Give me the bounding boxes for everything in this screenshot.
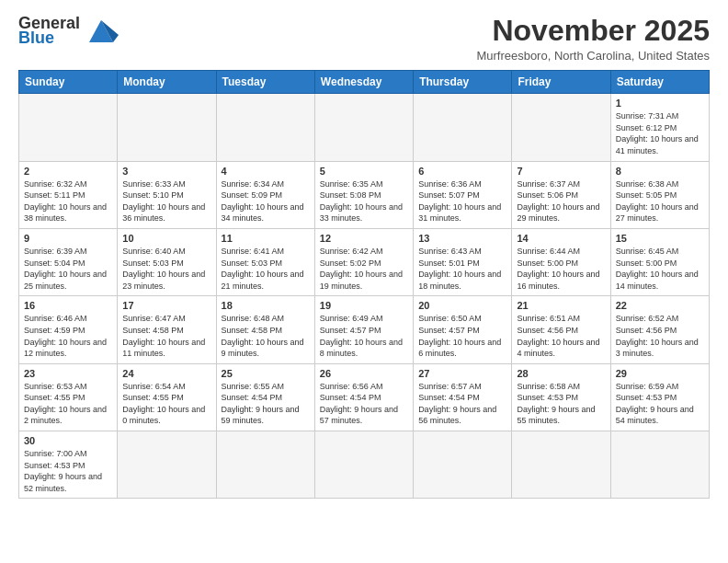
calendar-cell [512, 94, 610, 161]
calendar-cell: 13Sunrise: 6:43 AMSunset: 5:01 PMDayligh… [414, 228, 512, 295]
calendar-header-wednesday: Wednesday [314, 71, 413, 94]
calendar-header-sunday: Sunday [19, 71, 118, 94]
calendar-header-friday: Friday [512, 71, 610, 94]
calendar-week-row: 1Sunrise: 7:31 AMSunset: 6:12 PMDaylight… [19, 94, 710, 161]
day-number: 16 [24, 300, 112, 311]
day-number: 7 [517, 166, 605, 177]
calendar-cell [414, 431, 512, 499]
day-info: Sunrise: 6:37 AMSunset: 5:06 PMDaylight:… [517, 178, 605, 224]
day-info: Sunrise: 6:39 AMSunset: 5:04 PMDaylight:… [24, 246, 112, 292]
header: General Blue November 2025 Murfreesboro,… [18, 15, 710, 63]
calendar-cell [610, 431, 709, 499]
day-number: 20 [418, 300, 506, 311]
day-info: Sunrise: 6:58 AMSunset: 4:53 PMDaylight:… [517, 381, 605, 427]
calendar-cell: 24Sunrise: 6:54 AMSunset: 4:55 PMDayligh… [118, 363, 216, 431]
calendar-cell: 17Sunrise: 6:47 AMSunset: 4:58 PMDayligh… [118, 296, 216, 363]
day-info: Sunrise: 6:46 AMSunset: 4:59 PMDaylight:… [24, 313, 112, 359]
day-number: 27 [418, 368, 506, 379]
calendar-cell [216, 431, 314, 499]
day-number: 23 [24, 368, 112, 379]
day-info: Sunrise: 6:33 AMSunset: 5:10 PMDaylight:… [122, 178, 210, 224]
calendar-cell: 23Sunrise: 6:53 AMSunset: 4:55 PMDayligh… [19, 363, 118, 431]
day-number: 26 [320, 368, 408, 379]
day-number: 30 [24, 435, 112, 446]
calendar-week-row: 23Sunrise: 6:53 AMSunset: 4:55 PMDayligh… [19, 363, 710, 431]
calendar-cell: 8Sunrise: 6:38 AMSunset: 5:05 PMDaylight… [610, 161, 709, 228]
calendar-cell: 11Sunrise: 6:41 AMSunset: 5:03 PMDayligh… [216, 228, 314, 295]
day-number: 17 [122, 300, 210, 311]
logo-area: General Blue [18, 15, 119, 48]
calendar-cell: 2Sunrise: 6:32 AMSunset: 5:11 PMDaylight… [19, 161, 118, 228]
calendar-cell: 21Sunrise: 6:51 AMSunset: 4:56 PMDayligh… [512, 296, 610, 363]
day-info: Sunrise: 6:36 AMSunset: 5:07 PMDaylight:… [418, 178, 506, 224]
calendar-cell: 20Sunrise: 6:50 AMSunset: 4:57 PMDayligh… [414, 296, 512, 363]
calendar-cell: 15Sunrise: 6:45 AMSunset: 5:00 PMDayligh… [610, 228, 709, 295]
calendar-cell: 6Sunrise: 6:36 AMSunset: 5:07 PMDaylight… [414, 161, 512, 228]
day-number: 21 [517, 300, 605, 311]
calendar-cell: 25Sunrise: 6:55 AMSunset: 4:54 PMDayligh… [216, 363, 314, 431]
page: General Blue November 2025 Murfreesboro,… [0, 0, 728, 563]
calendar-cell: 30Sunrise: 7:00 AMSunset: 4:53 PMDayligh… [19, 431, 118, 499]
calendar-cell [314, 431, 413, 499]
month-title: November 2025 [476, 15, 710, 47]
day-info: Sunrise: 6:49 AMSunset: 4:57 PMDaylight:… [320, 313, 408, 359]
calendar-cell: 28Sunrise: 6:58 AMSunset: 4:53 PMDayligh… [512, 363, 610, 431]
day-info: Sunrise: 6:42 AMSunset: 5:02 PMDaylight:… [320, 246, 408, 292]
day-number: 5 [320, 166, 408, 177]
day-info: Sunrise: 6:48 AMSunset: 4:58 PMDaylight:… [222, 313, 310, 359]
calendar-cell: 5Sunrise: 6:35 AMSunset: 5:08 PMDaylight… [314, 161, 413, 228]
day-info: Sunrise: 6:59 AMSunset: 4:53 PMDaylight:… [616, 381, 704, 427]
calendar-cell: 26Sunrise: 6:56 AMSunset: 4:54 PMDayligh… [314, 363, 413, 431]
day-number: 24 [122, 368, 210, 379]
calendar-cell [19, 94, 118, 161]
title-area: November 2025 Murfreesboro, North Caroli… [476, 15, 710, 63]
calendar-header-row: SundayMondayTuesdayWednesdayThursdayFrid… [19, 71, 710, 94]
day-info: Sunrise: 6:41 AMSunset: 5:03 PMDaylight:… [222, 246, 310, 292]
day-info: Sunrise: 6:45 AMSunset: 5:00 PMDaylight:… [616, 246, 704, 292]
day-number: 2 [24, 166, 112, 177]
calendar-cell: 1Sunrise: 7:31 AMSunset: 6:12 PMDaylight… [610, 94, 709, 161]
calendar-cell: 9Sunrise: 6:39 AMSunset: 5:04 PMDaylight… [19, 228, 118, 295]
calendar-header-monday: Monday [118, 71, 216, 94]
day-info: Sunrise: 6:43 AMSunset: 5:01 PMDaylight:… [418, 246, 506, 292]
calendar-cell: 12Sunrise: 6:42 AMSunset: 5:02 PMDayligh… [314, 228, 413, 295]
day-number: 29 [616, 368, 704, 379]
day-info: Sunrise: 6:54 AMSunset: 4:55 PMDaylight:… [122, 381, 210, 427]
day-info: Sunrise: 7:31 AMSunset: 6:12 PMDaylight:… [616, 110, 704, 156]
day-info: Sunrise: 6:55 AMSunset: 4:54 PMDaylight:… [222, 381, 310, 427]
calendar-cell [414, 94, 512, 161]
day-number: 12 [320, 233, 408, 244]
calendar-cell [118, 94, 216, 161]
day-info: Sunrise: 7:00 AMSunset: 4:53 PMDaylight:… [24, 448, 112, 494]
day-number: 4 [222, 166, 310, 177]
calendar-cell: 18Sunrise: 6:48 AMSunset: 4:58 PMDayligh… [216, 296, 314, 363]
day-info: Sunrise: 6:35 AMSunset: 5:08 PMDaylight:… [320, 178, 408, 224]
day-number: 14 [517, 233, 605, 244]
calendar-cell: 16Sunrise: 6:46 AMSunset: 4:59 PMDayligh… [19, 296, 118, 363]
day-info: Sunrise: 6:52 AMSunset: 4:56 PMDaylight:… [616, 313, 704, 359]
calendar-header-thursday: Thursday [414, 71, 512, 94]
calendar-header-saturday: Saturday [610, 71, 709, 94]
day-number: 9 [24, 233, 112, 244]
day-number: 3 [122, 166, 210, 177]
day-number: 25 [222, 368, 310, 379]
day-info: Sunrise: 6:40 AMSunset: 5:03 PMDaylight:… [122, 246, 210, 292]
calendar-cell: 29Sunrise: 6:59 AMSunset: 4:53 PMDayligh… [610, 363, 709, 431]
day-number: 10 [122, 233, 210, 244]
day-number: 28 [517, 368, 605, 379]
day-info: Sunrise: 6:50 AMSunset: 4:57 PMDaylight:… [418, 313, 506, 359]
calendar-cell: 3Sunrise: 6:33 AMSunset: 5:10 PMDaylight… [118, 161, 216, 228]
calendar-cell: 10Sunrise: 6:40 AMSunset: 5:03 PMDayligh… [118, 228, 216, 295]
day-number: 11 [222, 233, 310, 244]
calendar-table: SundayMondayTuesdayWednesdayThursdayFrid… [18, 70, 710, 499]
calendar-cell: 27Sunrise: 6:57 AMSunset: 4:54 PMDayligh… [414, 363, 512, 431]
day-info: Sunrise: 6:32 AMSunset: 5:11 PMDaylight:… [24, 178, 112, 224]
day-info: Sunrise: 6:34 AMSunset: 5:09 PMDaylight:… [222, 178, 310, 224]
calendar-cell: 19Sunrise: 6:49 AMSunset: 4:57 PMDayligh… [314, 296, 413, 363]
calendar-cell [118, 431, 216, 499]
day-info: Sunrise: 6:47 AMSunset: 4:58 PMDaylight:… [122, 313, 210, 359]
day-number: 22 [616, 300, 704, 311]
day-info: Sunrise: 6:53 AMSunset: 4:55 PMDaylight:… [24, 381, 112, 427]
calendar-header-tuesday: Tuesday [216, 71, 314, 94]
day-number: 18 [222, 300, 310, 311]
